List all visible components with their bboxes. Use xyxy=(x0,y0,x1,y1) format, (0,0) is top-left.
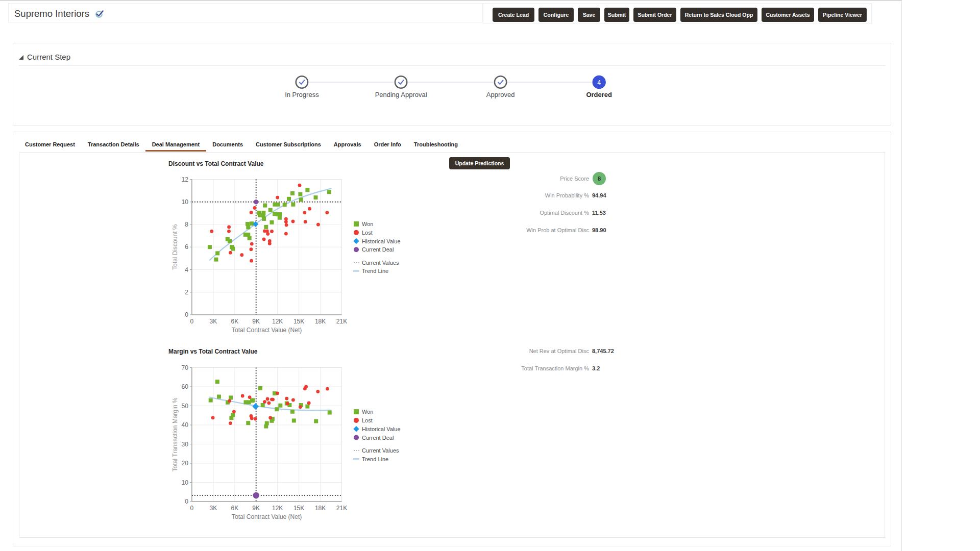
svg-text:Approved: Approved xyxy=(486,91,515,98)
svg-text:In Progress: In Progress xyxy=(285,91,319,98)
svg-text:4: 4 xyxy=(597,79,601,86)
svg-text:Ordered: Ordered xyxy=(586,91,612,98)
svg-text:8: 8 xyxy=(598,176,601,182)
svg-text:Pending Approval: Pending Approval xyxy=(375,91,427,98)
